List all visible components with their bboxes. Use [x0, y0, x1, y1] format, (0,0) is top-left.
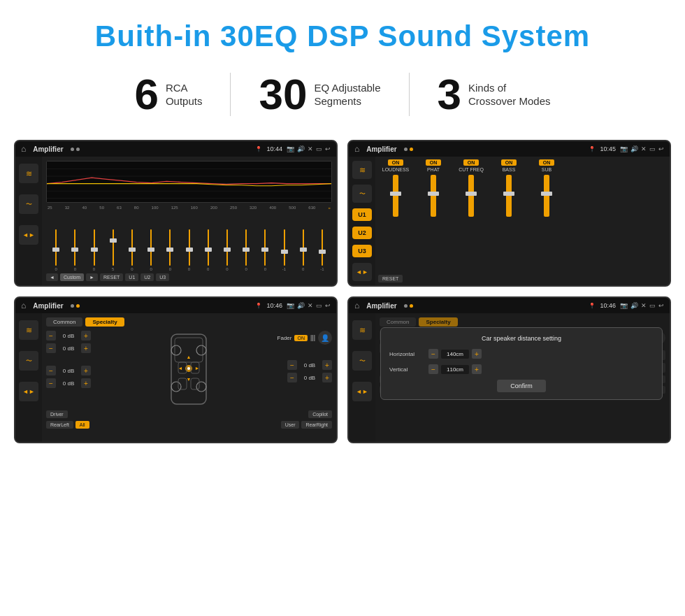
confirm-button[interactable]: Confirm	[497, 380, 546, 392]
eq-slider-14[interactable]: -1	[314, 229, 331, 271]
stats-row: 6 RCA Outputs 30 EQ Adjustable Segments …	[0, 66, 685, 133]
rect-icon-4: ▭	[649, 302, 656, 309]
dist-side-btn-1[interactable]: ≋	[352, 320, 372, 340]
fader-plus-4[interactable]: +	[81, 378, 91, 388]
fader-tab-specialty[interactable]: Specialty	[85, 317, 124, 327]
horizontal-minus-btn[interactable]: −	[428, 349, 438, 359]
fader-btn-all[interactable]: All	[75, 421, 89, 429]
eq-slider-1[interactable]: 0	[66, 229, 83, 271]
cross-u-btn-u2[interactable]: U2	[352, 227, 372, 239]
fader-side-btn-1[interactable]: ≋	[19, 320, 38, 340]
svg-text:◄: ◄	[178, 366, 183, 371]
fader-btn-rearleft[interactable]: RearLeft	[46, 421, 73, 429]
svg-point-11	[196, 382, 206, 392]
fader-minus-2[interactable]: −	[46, 343, 56, 353]
fader-val-3: 0 dB	[58, 368, 79, 374]
home-icon-3[interactable]: ⌂	[21, 301, 26, 310]
horizontal-plus-btn[interactable]: +	[472, 349, 482, 359]
fader-side-btn-2[interactable]: 〜	[19, 351, 38, 371]
eq-slider-13[interactable]: 0	[295, 229, 312, 271]
vertical-plus-btn[interactable]: +	[472, 364, 482, 374]
eq-slider-9[interactable]: 0	[219, 229, 236, 271]
dist-side-btn-3[interactable]: ◄►	[352, 382, 372, 401]
home-icon-2[interactable]: ⌂	[354, 144, 359, 154]
eq-btn-reset[interactable]: RESET	[100, 273, 123, 281]
eq-slider-7[interactable]: 0	[180, 229, 197, 271]
fader-btn-driver[interactable]: Driver	[46, 410, 68, 418]
cross-ctrl-loudness[interactable]: ONLOUDNESS	[378, 159, 413, 217]
cross-u-btn-u3[interactable]: U3	[352, 245, 372, 257]
eq-side-btn-2[interactable]: 〜	[19, 194, 38, 214]
cross-side-btn-3[interactable]: ◄►	[352, 263, 372, 281]
eq-btn-u2[interactable]: U2	[140, 273, 154, 281]
eq-slider-3[interactable]: 5	[105, 229, 122, 271]
home-icon-1[interactable]: ⌂	[21, 144, 26, 154]
fader-label: Fader	[277, 335, 292, 341]
fader-minus-r2[interactable]: −	[287, 373, 297, 382]
cross-side-btn-2[interactable]: 〜	[352, 185, 372, 203]
eq-slider-11[interactable]: 0	[257, 229, 273, 271]
eq-btn-u3[interactable]: U3	[156, 273, 169, 281]
cross-ctrl-sub[interactable]: ONSUB	[529, 159, 564, 217]
fader-val-2: 0 dB	[58, 345, 79, 352]
fader-minus-1[interactable]: −	[46, 331, 56, 341]
stat-num-crossover: 3	[438, 73, 461, 116]
pin-icon-4: 📍	[589, 303, 596, 309]
vertical-minus-btn[interactable]: −	[428, 364, 438, 374]
eq-graph	[46, 161, 332, 203]
eq-slider-4[interactable]: 0	[124, 229, 140, 271]
svg-text:▼: ▼	[187, 377, 192, 382]
rect-icon-1: ▭	[316, 145, 322, 152]
eq-slider-2[interactable]: 0	[85, 229, 102, 271]
eq-side-btn-3[interactable]: ◄►	[19, 225, 38, 245]
fader-side-btn-3[interactable]: ◄►	[19, 382, 38, 401]
stat-item-rca: 6 RCA Outputs	[106, 73, 231, 116]
cross-u-btn-u1[interactable]: U1	[352, 208, 372, 221]
app-title-2: Amplifier	[366, 145, 396, 153]
eq-btn-next[interactable]: ►	[86, 273, 98, 281]
cross-reset-btn[interactable]: RESET	[378, 275, 403, 282]
eq-btn-u1[interactable]: U1	[125, 273, 138, 281]
eq-btn-prev[interactable]: ◄	[46, 273, 58, 281]
pin-icon-1: 📍	[255, 146, 262, 152]
app-title-1: Amplifier	[33, 145, 63, 153]
svg-point-13	[187, 367, 190, 370]
fader-val-4: 0 dB	[58, 380, 79, 387]
eq-btn-custom[interactable]: Custom	[60, 273, 84, 281]
fader-minus-r1[interactable]: −	[287, 360, 297, 370]
fader-btn-copilot[interactable]: Copilot	[308, 410, 332, 418]
fader-btn-rearright[interactable]: RearRight	[301, 421, 332, 429]
fader-plus-r2[interactable]: +	[322, 373, 332, 382]
fader-db-row-2: − 0 dB +	[46, 343, 138, 353]
eq-side-btn-1[interactable]: ≋	[19, 164, 38, 183]
cross-ctrl-phat[interactable]: ONPHAT	[416, 159, 451, 217]
fader-btn-user[interactable]: User	[281, 421, 300, 429]
cross-ctrl-cut-freq[interactable]: ONCUT FREQ	[454, 159, 489, 217]
fader-minus-3[interactable]: −	[46, 366, 56, 375]
fader-minus-4[interactable]: −	[46, 378, 56, 388]
time-4: 10:46	[600, 302, 616, 309]
fader-plus-r1[interactable]: +	[322, 360, 332, 370]
eq-slider-8[interactable]: 0	[200, 229, 217, 271]
fader-tab-common[interactable]: Common	[46, 317, 82, 327]
back-icon-1: ↩	[325, 145, 331, 152]
fader-person-icon[interactable]: 👤	[318, 331, 332, 345]
fader-plus-3[interactable]: +	[81, 366, 91, 375]
horizontal-value: 140cm	[441, 350, 469, 359]
fader-plus-2[interactable]: +	[81, 343, 91, 353]
vol-icon-2: 🔊	[630, 145, 638, 152]
cross-ctrl-bass[interactable]: ONBASS	[491, 159, 526, 217]
vol-icon-1: 🔊	[297, 145, 305, 152]
eq-slider-0[interactable]: 0	[48, 229, 64, 271]
eq-slider-6[interactable]: 0	[161, 229, 178, 271]
cross-side-btn-1[interactable]: ≋	[352, 161, 372, 179]
eq-slider-12[interactable]: -1	[275, 229, 292, 271]
time-3: 10:46	[266, 302, 282, 309]
eq-slider-10[interactable]: 0	[238, 229, 254, 271]
fader-plus-1[interactable]: +	[81, 331, 91, 341]
app-title-4: Amplifier	[366, 302, 396, 310]
dist-tab-common: Common	[380, 317, 416, 327]
home-icon-4[interactable]: ⌂	[354, 301, 359, 310]
eq-slider-5[interactable]: 0	[143, 229, 159, 271]
dist-side-btn-2[interactable]: 〜	[352, 351, 372, 371]
